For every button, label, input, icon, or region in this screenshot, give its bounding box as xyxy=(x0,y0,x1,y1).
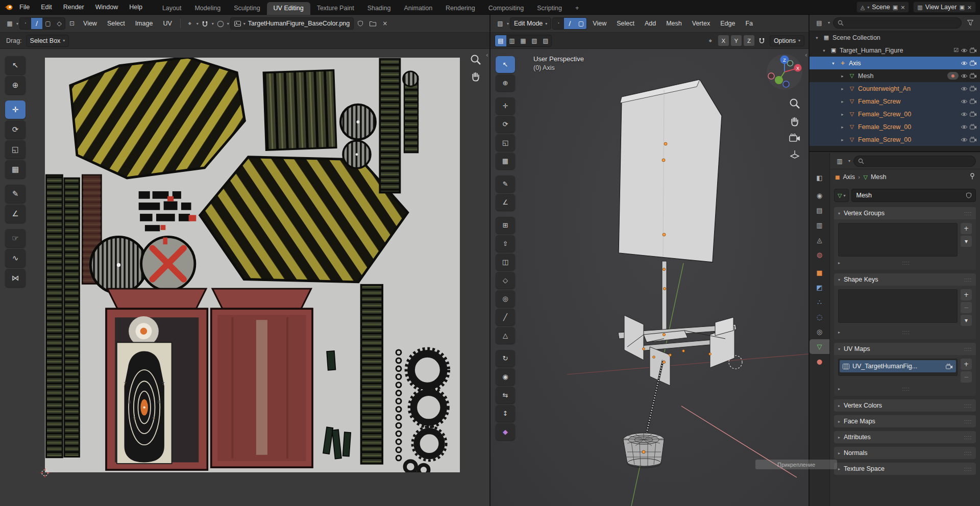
drag-grip[interactable]: :::: xyxy=(964,277,972,283)
filter-funnel-icon[interactable] xyxy=(965,17,976,29)
fake-user-shield-icon[interactable] xyxy=(355,18,366,29)
vp-cursor-tool[interactable]: ⊕ xyxy=(496,74,515,91)
toggle-grid-icon[interactable] xyxy=(790,149,800,159)
uv-menu-image[interactable]: Image xyxy=(131,18,158,29)
disclosure-icon[interactable]: ▾ xyxy=(814,35,820,40)
sticky-select-icon[interactable]: ⊡ xyxy=(66,18,78,29)
base-assembly-mesh[interactable] xyxy=(618,315,737,386)
outliner-row-target-human-figure[interactable]: ▾ ▣ Target_Human_Figure ☑ xyxy=(810,44,980,57)
add-uv-map-button[interactable]: + xyxy=(961,359,972,370)
outliner-search[interactable] xyxy=(833,17,962,29)
uv-maps-header[interactable]: ▾ UV Maps :::: xyxy=(834,343,976,355)
image-selector[interactable]: ▾ TargetHumanFigure_BaseColor.png xyxy=(230,17,354,30)
proportional-edit-icon[interactable]: ◯ xyxy=(215,18,226,29)
new-view-layer-icon[interactable]: ▣ xyxy=(959,4,964,11)
menu-window[interactable]: Window xyxy=(90,2,123,13)
uv-vertex-select-mode[interactable]: · xyxy=(20,18,31,29)
axis-z-button[interactable]: Z xyxy=(744,35,754,46)
remove-shape-key-button[interactable]: − xyxy=(961,302,972,313)
render-camera-icon[interactable] xyxy=(970,73,977,79)
scene-3d[interactable] xyxy=(491,49,808,506)
vp-knife-tool[interactable]: ╱ xyxy=(496,309,515,325)
uv-menu-select[interactable]: Select xyxy=(103,18,130,29)
zoom-icon[interactable] xyxy=(470,54,481,65)
drag-grip[interactable]: :::: xyxy=(902,260,910,266)
snap-magnet-icon[interactable] xyxy=(756,35,768,46)
properties-search[interactable] xyxy=(853,156,976,167)
uv-cursor-tool[interactable]: ⊕ xyxy=(5,76,26,94)
drag-grip[interactable]: :::: xyxy=(964,211,972,216)
open-image-folder-icon[interactable] xyxy=(367,18,378,29)
tab-tool[interactable]: ◧ xyxy=(810,170,829,185)
outliner-row-mesh[interactable]: ▸ ▽ Mesh ● xyxy=(810,69,980,82)
tab-render[interactable]: ◉ xyxy=(810,188,829,203)
vp-measure-tool[interactable]: ∠ xyxy=(496,194,515,211)
uv-move-tool[interactable]: ✛ xyxy=(5,100,26,119)
pin-icon[interactable] xyxy=(970,173,975,180)
vp-menu-view[interactable]: View xyxy=(588,18,611,29)
hide-eye-icon[interactable] xyxy=(961,86,968,91)
menu-render[interactable]: Render xyxy=(58,2,89,13)
gizmo-x-label[interactable]: X xyxy=(796,66,799,71)
hide-eye-icon[interactable] xyxy=(961,73,968,79)
shape-keys-list[interactable] xyxy=(838,289,958,323)
vertex-colors-header[interactable]: ▸ Vertex Colors :::: xyxy=(834,399,976,412)
tab-output[interactable]: ▤ xyxy=(810,203,829,218)
properties-search-input[interactable] xyxy=(867,158,971,165)
render-camera-icon[interactable] xyxy=(970,137,977,142)
sidebar-collapse-arrow[interactable]: ‹ xyxy=(486,51,488,59)
tab-rendering[interactable]: Rendering xyxy=(439,2,482,15)
render-camera-icon[interactable] xyxy=(970,111,977,117)
vp-spin-tool[interactable]: ↻ xyxy=(496,350,515,367)
outliner-search-input[interactable] xyxy=(847,19,957,27)
disclosure-icon[interactable]: ▸ xyxy=(839,73,846,79)
tab-material[interactable]: ● xyxy=(810,354,829,369)
material-slot-icon[interactable]: ● xyxy=(947,72,959,80)
remove-uv-map-button[interactable]: − xyxy=(961,371,972,383)
outliner-row-female-screw-001[interactable]: ▸ ▽ Female_Screw_00 xyxy=(810,108,980,120)
uv-canvas[interactable]: ‹ xyxy=(0,49,489,506)
tab-compositing[interactable]: Compositing xyxy=(482,2,530,15)
render-camera-icon[interactable] xyxy=(970,60,977,66)
uv-island-select-mode[interactable]: ◇ xyxy=(54,18,65,29)
tab-modifiers[interactable]: ◩ xyxy=(810,280,829,295)
vp-scale-tool[interactable]: ◱ xyxy=(496,134,515,151)
render-camera-icon[interactable] xyxy=(970,98,977,104)
tab-shading[interactable]: Shading xyxy=(361,2,398,15)
normals-header[interactable]: ▸ Normals :::: xyxy=(834,447,976,459)
vp-menu-vertex[interactable]: Vertex xyxy=(688,18,715,29)
uv-rotate-tool[interactable]: ⟳ xyxy=(5,120,26,139)
tab-scene[interactable]: ◬ xyxy=(810,233,829,247)
subheader-toggle-2[interactable]: ▥ xyxy=(506,35,518,46)
uv-menu-uv[interactable]: UV xyxy=(158,18,176,29)
options-dropdown[interactable]: Options ▾ xyxy=(770,35,804,46)
shape-keys-subpanel[interactable]: ▸ :::: xyxy=(838,327,972,337)
hide-eye-icon[interactable] xyxy=(961,137,968,142)
tab-sculpting[interactable]: Sculpting xyxy=(227,2,266,15)
empty-circle-widget[interactable] xyxy=(729,356,742,369)
uv-map-item[interactable]: UV_TargetHumanFig... xyxy=(840,360,956,372)
face-maps-header[interactable]: ▸ Face Maps :::: xyxy=(834,415,976,427)
vertex-groups-list[interactable] xyxy=(838,223,958,257)
delete-scene-icon[interactable]: × xyxy=(900,4,905,11)
mesh-name-field[interactable]: Mesh xyxy=(851,189,976,202)
gizmo-z-label[interactable]: Z xyxy=(783,57,786,63)
add-vertex-group-button[interactable]: + xyxy=(961,223,972,234)
tab-uv-editing[interactable]: UV Editing xyxy=(267,2,310,15)
snap-magnet-icon[interactable] xyxy=(200,18,211,29)
vp-transform-tool[interactable]: ▦ xyxy=(496,153,515,169)
axis-x-button[interactable]: X xyxy=(718,35,729,46)
shape-keys-header[interactable]: ▾ Shape Keys :::: xyxy=(834,273,976,286)
vp-loop-cut-tool[interactable]: ◎ xyxy=(496,290,515,307)
shape-key-specials-button[interactable]: ▾ xyxy=(961,315,972,326)
tab-constraints[interactable]: ◎ xyxy=(810,324,829,339)
tab-texture-paint[interactable]: Texture Paint xyxy=(310,2,361,15)
uv-annotate-tool[interactable]: ✎ xyxy=(5,185,26,203)
tab-physics[interactable]: ◌ xyxy=(810,310,829,324)
outliner-row-female-screw-002[interactable]: ▸ ▽ Female_Screw_00 xyxy=(810,120,980,133)
blender-logo-icon[interactable] xyxy=(4,4,13,11)
disclosure-icon[interactable]: ▸ xyxy=(839,112,846,117)
disclosure-icon[interactable]: ▸ xyxy=(839,137,846,142)
vp-menu-select[interactable]: Select xyxy=(612,18,639,29)
fake-user-shield-icon[interactable] xyxy=(966,192,971,198)
